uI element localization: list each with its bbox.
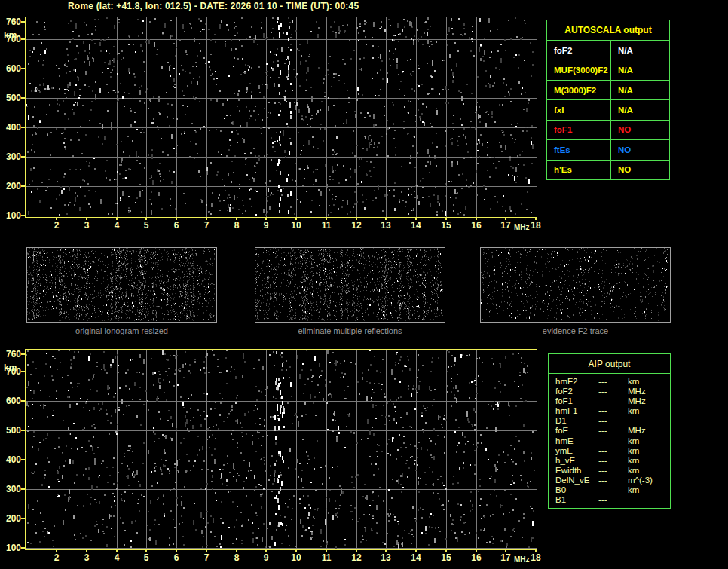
autoscala-table-row: ftEsNO	[547, 140, 669, 160]
aip-table-rows: hmF2---kmfoF2---MHzfoF1---MHzhmF1---kmD1…	[549, 374, 670, 505]
aip-output-table: AIP output hmF2---kmfoF2---MHzfoF1---MHz…	[548, 353, 671, 509]
x-axis-label: 8	[227, 552, 246, 563]
aip-param-label: h_vE	[555, 456, 598, 466]
y-axis-label: 760	[0, 349, 21, 359]
autoscala-param-cell: fxI	[547, 100, 611, 119]
aip-param-label: B0	[555, 485, 598, 495]
aip-param-value: ---	[598, 426, 628, 436]
aip-param-unit: MHz	[628, 426, 670, 436]
autoscala-table-title: AUTOSCALA output	[547, 20, 669, 41]
y-axis-tick	[21, 127, 25, 128]
x-axis-label: 5	[136, 552, 156, 563]
aip-param-label: B1	[555, 495, 598, 505]
thumbnail-caption-f2trace: evidence F2 trace	[480, 326, 671, 335]
autoscala-table-row: h'EsNO	[547, 161, 669, 179]
aip-table-row: B0---km	[555, 485, 670, 495]
autoscala-value-cell: N/A	[611, 100, 669, 119]
x-axis-label: 5	[136, 220, 156, 231]
aip-param-unit: km	[628, 436, 670, 446]
aip-param-value: ---	[598, 485, 628, 495]
aip-param-unit: MHz	[628, 387, 670, 396]
autoscala-value-cell: N/A	[611, 60, 669, 79]
aip-param-label: foE	[555, 426, 598, 436]
x-axis-unit-label: MHz	[514, 555, 530, 564]
y-axis-unit-label: km	[4, 30, 17, 41]
thumbnail-noise-canvas	[27, 248, 216, 322]
x-axis-label: 16	[466, 552, 486, 563]
autoscala-param-cell: foF1	[547, 121, 611, 139]
aip-table-row: hmF2---km	[555, 377, 670, 387]
x-axis-label: 10	[286, 220, 306, 231]
thumbnail-noise-canvas	[255, 248, 445, 322]
aip-table-row: h_vE---km	[555, 456, 670, 466]
y-axis-tick	[21, 353, 25, 355]
aip-param-unit	[628, 416, 670, 426]
aip-param-unit: km	[628, 485, 670, 495]
thumbnail-caption-reflections: eliminate multiple reflections	[255, 326, 445, 335]
y-axis-tick	[21, 185, 25, 187]
aip-param-unit: m^(-3)	[628, 476, 670, 485]
x-axis-label: 16	[466, 220, 486, 231]
x-axis-label: 7	[197, 220, 216, 231]
x-axis-label: 2	[47, 220, 66, 231]
aip-table-row: hmE---km	[555, 436, 670, 446]
y-axis-tick	[21, 547, 25, 549]
aip-param-unit: km	[628, 466, 670, 476]
ionogram-noise-canvas	[26, 350, 537, 549]
aip-table-row: Ewidth---km	[555, 466, 670, 476]
y-axis-tick	[21, 488, 25, 490]
aip-param-unit: km	[628, 406, 670, 416]
x-axis-label: 14	[406, 220, 426, 231]
x-axis-label: 9	[256, 552, 276, 563]
x-axis-unit-label: MHz	[514, 223, 530, 231]
aip-table-row: hmF1---km	[555, 406, 670, 416]
thumbnail-evidence-f2-trace	[480, 247, 671, 323]
aip-table-row: D1---	[555, 416, 670, 426]
y-axis-label: 300	[0, 151, 21, 162]
aip-param-unit: km	[628, 456, 670, 466]
aip-param-value: ---	[598, 396, 628, 406]
aip-param-value: ---	[598, 406, 628, 416]
x-axis-label: 12	[347, 552, 366, 563]
y-axis-label: 500	[0, 425, 21, 436]
ionogram-plot-bottom: 7607006005004003002001002345678910111213…	[25, 349, 537, 550]
y-axis-tick	[21, 518, 25, 519]
aip-param-value: ---	[598, 476, 628, 485]
x-axis-label: 17	[496, 220, 515, 231]
aip-param-label: hmE	[555, 436, 598, 446]
aip-table-title: AIP output	[549, 354, 670, 374]
y-axis-tick	[21, 21, 25, 23]
autoscala-param-cell: M(3000)F2	[547, 81, 611, 99]
aip-param-label: foF2	[555, 387, 598, 396]
y-axis-label: 300	[0, 484, 21, 494]
x-axis-label: 15	[436, 220, 456, 231]
autoscala-value-cell: N/A	[611, 41, 669, 60]
y-axis-tick	[21, 97, 25, 99]
x-axis-label: 4	[107, 552, 127, 563]
ionogram-plot-top: 7607006005004003002001002345678910111213…	[25, 17, 537, 218]
x-axis-label: 7	[197, 552, 216, 563]
aip-param-unit	[628, 495, 670, 505]
autoscala-table-rows: foF2N/AMUF(3000)F2N/AM(3000)F2N/AfxIN/Af…	[547, 41, 669, 179]
x-axis-label: 9	[256, 220, 276, 231]
autoscala-table-row: foF2N/A	[547, 41, 669, 60]
autoscala-param-cell: ftEs	[547, 140, 611, 159]
thumbnail-caption-original: original ionogram resized	[26, 326, 217, 335]
y-axis-label: 600	[0, 396, 21, 406]
aip-param-value: ---	[598, 446, 628, 456]
y-axis-label: 500	[0, 93, 21, 103]
x-axis-label: 2	[47, 552, 66, 563]
aip-table-row: foE---MHz	[555, 426, 670, 436]
aip-param-value: ---	[598, 466, 628, 476]
autoscala-param-cell: h'Es	[547, 161, 611, 179]
aip-table-row: foF2---MHz	[555, 387, 670, 396]
aip-param-value: ---	[598, 416, 628, 426]
y-axis-tick	[21, 459, 25, 460]
x-axis-label: 10	[286, 552, 306, 563]
autoscala-output-table: AUTOSCALA output foF2N/AMUF(3000)F2N/AM(…	[546, 20, 670, 180]
autoscala-table-row: fxIN/A	[547, 100, 669, 120]
x-axis-label: 12	[347, 220, 366, 231]
aip-table-row: B1---	[555, 495, 670, 505]
thumbnail-original-ionogram	[26, 247, 217, 323]
aip-param-value: ---	[598, 436, 628, 446]
